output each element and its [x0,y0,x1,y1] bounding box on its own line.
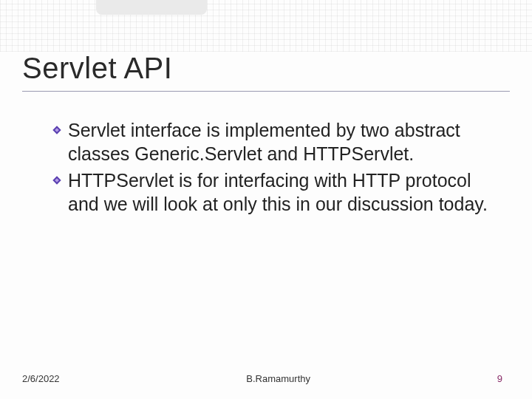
diamond-bullet-icon [52,175,62,188]
list-item: Servlet interface is implemented by two … [52,118,495,166]
diamond-bullet-icon [52,125,62,138]
footer-date: 2/6/2022 [22,373,60,384]
slide-title: Servlet API [22,52,510,85]
list-item: HTTPServlet is for interfacing with HTTP… [52,168,495,216]
footer-author: B.Ramamurthy [246,373,310,384]
slide-footer: 2/6/2022 B.Ramamurthy 9 [22,373,502,384]
bullet-text: Servlet interface is implemented by two … [68,118,495,166]
bullet-text: HTTPServlet is for interfacing with HTTP… [68,168,495,216]
title-container: Servlet API [22,52,510,92]
background-grid [0,0,532,52]
footer-page-number: 9 [497,373,502,384]
slide-tab-decoration [96,0,207,15]
content-area: Servlet interface is implemented by two … [52,118,495,219]
